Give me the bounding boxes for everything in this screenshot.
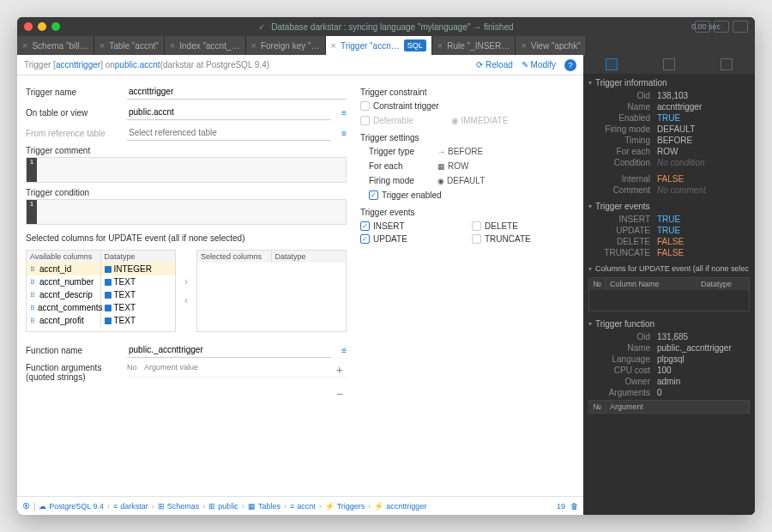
main-panel: Trigger [ accnttrigger ] on public.accnt… (17, 55, 583, 515)
column-row[interactable]: accnt_descripTEXT (27, 288, 175, 301)
column-row[interactable]: accnt_profitTEXT (27, 314, 175, 327)
table-link[interactable]: public.accnt (115, 60, 160, 70)
enabled-checkbox[interactable]: ✓ (369, 190, 378, 200)
form-area: Trigger name On table or view ≡ From ref… (17, 76, 583, 496)
type-icon (105, 266, 112, 273)
deferrable-checkbox (360, 116, 370, 125)
row-count: 19 (557, 502, 565, 511)
close-icon[interactable]: × (170, 40, 175, 51)
dropdown-icon[interactable]: ≡ (341, 108, 347, 118)
crumb[interactable]: ▦ Tables (248, 502, 280, 511)
grid-icon: ▦ (437, 162, 445, 171)
modify-button[interactable]: ✎ Modify (522, 60, 556, 70)
title-time: 0.00 sec (691, 22, 721, 31)
layout-icon-3[interactable] (733, 21, 748, 33)
dropdown-icon[interactable]: ≡ (341, 129, 347, 138)
type-icon (105, 292, 112, 299)
trigger-info-header[interactable]: Trigger information (583, 76, 755, 90)
reload-button[interactable]: ⟳ Reload (476, 60, 512, 70)
tab-view[interactable]: ×View "apchk" (516, 36, 587, 55)
tab-schema[interactable]: ×Schema "bill… (17, 36, 94, 55)
info-tab-icon[interactable] (606, 58, 618, 70)
fn-args-label: Function arguments (quoted strings) (26, 363, 120, 382)
trigger-name-input[interactable] (127, 84, 347, 100)
on-table-input[interactable] (127, 105, 331, 120)
crumb[interactable]: ⚡ Triggers (325, 502, 365, 511)
minimize-window-icon[interactable] (38, 22, 46, 31)
crumb[interactable]: ☁ PostgreSQL 9.4 (39, 502, 104, 511)
comment-textarea[interactable]: 1 (26, 157, 347, 183)
power-icon[interactable]: ⦿ (22, 502, 30, 511)
add-arg-button[interactable]: + (333, 363, 347, 377)
delete-checkbox[interactable] (472, 221, 481, 231)
move-right-button[interactable]: › (179, 275, 193, 287)
tab-trigger[interactable]: ×Trigger "accn…SQL (326, 36, 432, 55)
zoom-window-icon[interactable] (51, 22, 60, 31)
update-checkbox[interactable]: ✓ (360, 234, 370, 244)
args-val-header: Argument value (144, 363, 198, 377)
close-icon[interactable]: × (100, 40, 105, 51)
constraint-checkbox[interactable] (360, 101, 370, 111)
gear-tab-icon[interactable] (721, 58, 733, 70)
update-cols-header: Columns for UPDATE event (all if none se… (583, 262, 755, 275)
column-icon (30, 317, 37, 324)
from-ref-input[interactable] (127, 125, 331, 141)
tab-rule[interactable]: ×Rule "_INSER… (432, 36, 516, 55)
columns-area: Available columnsDatatype accnt_idINTEGE… (26, 250, 347, 332)
insert-checkbox[interactable]: ✓ (360, 221, 370, 231)
body: Trigger [ accnttrigger ] on public.accnt… (17, 55, 755, 515)
crumb[interactable]: ⊞ Schemas (158, 502, 200, 511)
tab-fkey[interactable]: ×Foreign key "… (246, 36, 326, 55)
object-header: Trigger [ accnttrigger ] on public.accnt… (17, 55, 583, 76)
condition-label: Trigger condition (26, 188, 120, 197)
side-cols-table: №Column NameDatatype (588, 277, 750, 311)
sidebar-tabs (583, 55, 755, 74)
sql-badge[interactable]: SQL (404, 39, 426, 51)
close-icon[interactable]: × (22, 40, 27, 51)
column-row[interactable]: accnt_commentsTEXT (27, 301, 175, 314)
fn-name-input[interactable] (127, 342, 331, 358)
app-window: ✓ Database darkstar : syncing language "… (17, 17, 755, 515)
arrow-icon: → (437, 148, 445, 156)
selected-cols-label: Selected columns for UPDATE event (all i… (26, 233, 347, 243)
column-row[interactable]: accnt_numberTEXT (27, 275, 175, 288)
condition-textarea[interactable]: 1 (26, 199, 347, 225)
crumb[interactable]: ≡ accnt (290, 502, 316, 511)
trigger-link[interactable]: accnttrigger (56, 60, 100, 70)
trigger-fn-header[interactable]: Trigger function (583, 317, 755, 331)
available-columns-table: Available columnsDatatype accnt_idINTEGE… (26, 250, 176, 332)
side-args-table: №Argument (588, 400, 750, 414)
remove-arg-button[interactable]: − (127, 387, 347, 401)
column-icon (30, 279, 37, 286)
close-icon[interactable]: × (437, 40, 443, 51)
settings-header: Trigger settings (360, 133, 575, 142)
form-left: Trigger name On table or view ≡ From ref… (26, 84, 347, 487)
tab-table[interactable]: ×Table "accnt" (94, 36, 165, 55)
truncate-checkbox[interactable] (472, 234, 481, 244)
close-icon[interactable]: × (251, 40, 256, 51)
sql-tab-icon[interactable] (663, 58, 675, 70)
dropdown-icon[interactable]: ≡ (341, 346, 347, 355)
move-left-button[interactable]: ‹ (179, 294, 193, 306)
column-row[interactable]: accnt_idINTEGER (27, 263, 175, 275)
type-icon (105, 317, 112, 324)
tab-index[interactable]: ×Index "accnt_… (165, 36, 246, 55)
trigger-events-header[interactable]: Trigger events (583, 199, 755, 214)
comment-label: Trigger comment (26, 146, 120, 155)
trash-icon[interactable]: 🗑 (570, 502, 578, 511)
close-icon[interactable]: × (521, 40, 526, 51)
crumb[interactable]: ≡ darkstar (113, 502, 148, 511)
statusbar: ⦿ | ☁ PostgreSQL 9.4› ≡ darkstar› ⊞ Sche… (17, 496, 583, 515)
args-no-header: No (127, 363, 144, 377)
crumb[interactable]: ⚡ accnttrigger (374, 502, 426, 511)
from-ref-label: From reference table (26, 129, 120, 138)
on-table-label: On table or view (26, 108, 120, 118)
help-icon[interactable]: ? (564, 59, 576, 71)
close-window-icon[interactable] (24, 22, 33, 31)
radio-icon: ◉ (437, 177, 444, 185)
type-icon (105, 279, 112, 286)
tabstrip: ×Schema "bill… ×Table "accnt" ×Index "ac… (17, 36, 755, 55)
fn-name-label: Function name (26, 346, 120, 355)
close-icon[interactable]: × (331, 40, 336, 51)
crumb[interactable]: ⊞ public (208, 502, 238, 511)
